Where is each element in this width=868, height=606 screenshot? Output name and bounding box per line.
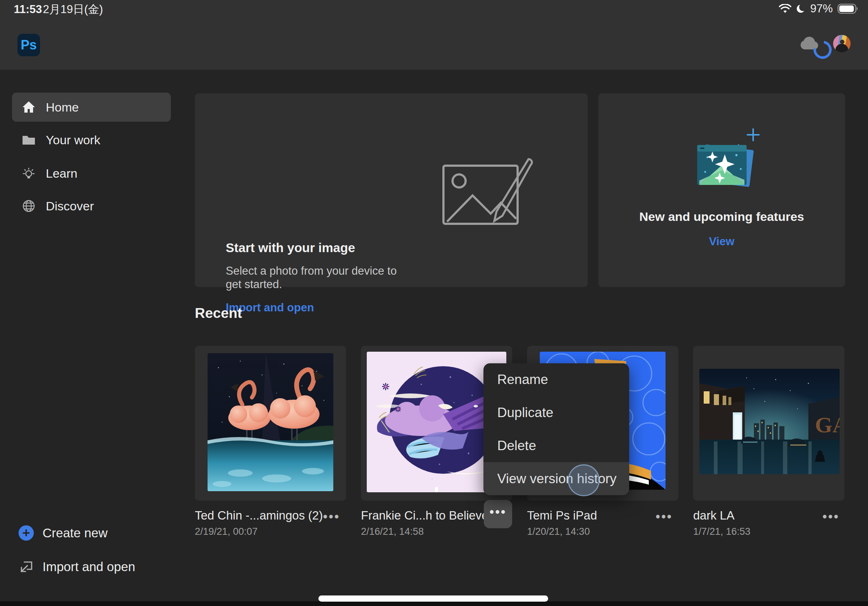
app-header: Ps <box>0 17 868 70</box>
status-right-cluster: 97% <box>779 0 859 17</box>
cloud-sync-indicator[interactable] <box>798 36 831 58</box>
globe-icon <box>22 199 36 213</box>
recent-item-date: 2/16/21, 14:58 <box>361 526 424 537</box>
svg-text:GA: GA <box>815 412 840 437</box>
features-view-link[interactable]: View <box>598 235 845 248</box>
sidebar-item-label: Home <box>46 100 79 114</box>
import-and-open-button[interactable]: Import and open <box>12 552 179 581</box>
sidebar-item-label: Your work <box>46 133 100 147</box>
recent-item-name: Ted Chin -...amingos (2) <box>195 509 326 523</box>
status-date: 2月19日(金) <box>43 0 103 17</box>
do-not-disturb-moon-icon <box>796 4 806 14</box>
menu-item-rename[interactable]: Rename <box>484 363 629 396</box>
photoshop-ipad-home: 11:53 2月19日(金) 97% <box>0 0 868 606</box>
lightbulb-icon <box>22 166 36 180</box>
plus-icon: + <box>19 526 34 541</box>
battery-percent: 97% <box>810 2 833 15</box>
start-card-description: Select a photo from your device to get s… <box>226 264 415 291</box>
sidebar-item-discover[interactable]: Discover <box>12 192 171 221</box>
status-time: 11:53 <box>14 0 42 17</box>
recent-item-date: 1/20/21, 14:30 <box>527 526 590 537</box>
photoshop-logo: Ps <box>17 34 40 56</box>
start-with-image-card[interactable]: Start with your image Select a photo fro… <box>195 93 588 287</box>
more-options-button[interactable]: ••• <box>654 509 674 527</box>
recent-card-ted-chin[interactable] <box>195 346 346 501</box>
start-card-title: Start with your image <box>226 241 355 255</box>
features-card-title: New and upcoming features <box>598 210 845 224</box>
account-avatar[interactable] <box>833 35 851 52</box>
home-icon <box>22 100 36 114</box>
image-edit-icon <box>442 157 533 226</box>
wifi-icon <box>779 4 791 14</box>
battery-icon <box>837 4 859 14</box>
recent-item-name: Frankie Ci...h to Believe <box>361 509 492 523</box>
menu-item-duplicate[interactable]: Duplicate <box>484 396 629 430</box>
recent-thumbnail-flamingos[interactable] <box>208 353 333 491</box>
recent-card-dark-la[interactable]: GA <box>693 346 845 501</box>
recent-item-date: 1/7/21, 16:53 <box>693 526 750 537</box>
new-features-illustration <box>682 126 766 199</box>
bottom-edge <box>0 601 868 606</box>
recent-heading: Recent <box>195 305 242 321</box>
sidebar-item-home[interactable]: Home <box>12 93 171 122</box>
create-new-button[interactable]: + Create new <box>12 518 179 547</box>
sidebar-item-label: Learn <box>46 166 78 181</box>
more-options-button-active[interactable]: ••• <box>484 500 512 528</box>
menu-item-view-version-history[interactable]: View version history <box>484 462 629 495</box>
recent-item-name: Temi Ps iPad <box>527 509 658 523</box>
folder-icon <box>22 133 36 147</box>
context-menu: Rename Duplicate Delete View version his… <box>484 363 629 495</box>
recent-item-date: 2/19/21, 00:07 <box>195 526 258 537</box>
create-new-label: Create new <box>42 526 108 540</box>
import-icon <box>19 559 34 574</box>
sidebar-item-your-work[interactable]: Your work <box>12 125 171 155</box>
recent-thumbnail-dark-la[interactable]: GA <box>699 369 840 474</box>
status-bar: 11:53 2月19日(金) 97% <box>0 0 868 17</box>
sidebar-item-label: Discover <box>46 199 94 213</box>
recent-item-name: dark LA <box>693 509 824 523</box>
home-indicator[interactable] <box>318 595 548 601</box>
more-options-button[interactable]: ••• <box>321 509 342 527</box>
menu-item-delete[interactable]: Delete <box>484 430 629 462</box>
more-options-button[interactable]: ••• <box>821 509 841 527</box>
touch-indicator <box>568 464 600 496</box>
sidebar-item-learn[interactable]: Learn <box>12 159 171 188</box>
new-features-card[interactable]: New and upcoming features View <box>598 93 845 287</box>
import-open-label: Import and open <box>42 560 135 574</box>
